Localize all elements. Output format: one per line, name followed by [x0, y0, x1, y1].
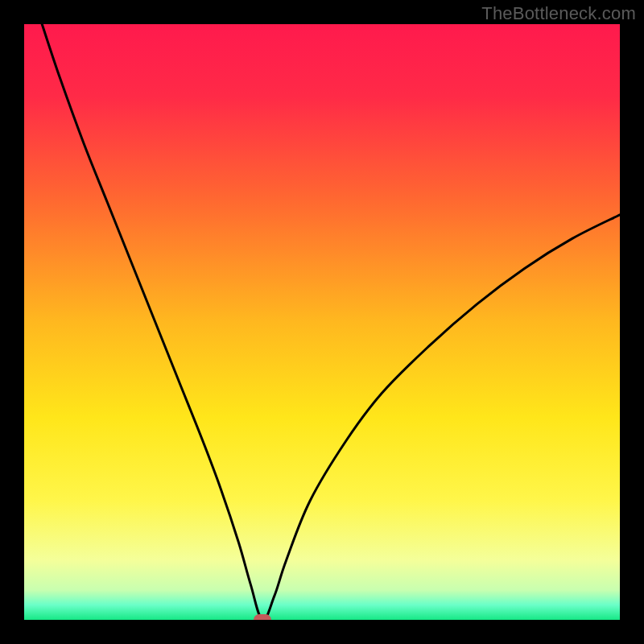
- watermark-text: TheBottleneck.com: [481, 3, 636, 24]
- bottleneck-curve: [24, 24, 620, 620]
- chart-frame: TheBottleneck.com: [0, 0, 644, 644]
- minimum-marker: [254, 614, 271, 620]
- plot-area: [24, 24, 620, 620]
